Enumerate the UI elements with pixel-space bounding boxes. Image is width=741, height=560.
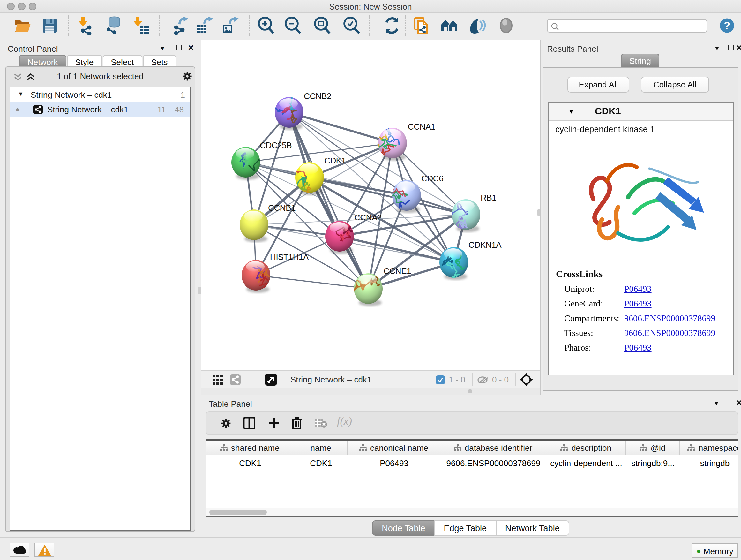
crosslink-row: Pharos:P06493 bbox=[564, 343, 730, 358]
home-networks-icon[interactable] bbox=[440, 16, 459, 35]
copy-style-icon[interactable] bbox=[412, 16, 431, 35]
control-panel-close-icon[interactable]: ✕ bbox=[188, 44, 194, 52]
network-node-HIST1H1A[interactable] bbox=[242, 260, 270, 293]
column-header-description[interactable]: description bbox=[546, 441, 626, 455]
expand-all-button[interactable]: Expand All bbox=[567, 77, 629, 92]
network-row-selected[interactable]: ● String Network – cdk1 11 48 bbox=[10, 102, 190, 117]
table-cell[interactable]: stringdb:9... bbox=[626, 456, 680, 471]
network-node-CDK1[interactable] bbox=[292, 160, 324, 199]
memory-button[interactable]: ● Memory bbox=[692, 543, 738, 558]
crosslink-value-link[interactable]: P06493 bbox=[624, 299, 652, 309]
perspective-eye-icon[interactable] bbox=[496, 16, 516, 35]
network-node-CDC25B[interactable] bbox=[231, 147, 272, 180]
network-edge-CCNA2-CDKN1A[interactable] bbox=[340, 236, 454, 262]
string-network-icon-gray[interactable] bbox=[230, 374, 241, 385]
network-collection-row[interactable]: ▼ String Network – cdk1 1 bbox=[10, 87, 190, 102]
network-node-CCNA2[interactable] bbox=[325, 220, 361, 254]
zoom-out-icon[interactable] bbox=[283, 16, 302, 35]
network-edge-CCNB2-CCNA1[interactable] bbox=[289, 112, 393, 143]
birds-eye-toggle-icon[interactable] bbox=[519, 372, 534, 387]
crosslink-value-link[interactable]: 9606.ENSP00000378699 bbox=[624, 314, 715, 324]
table-cell[interactable]: 9606.ENSP00000378699 bbox=[441, 456, 546, 471]
table-panel-menu-icon[interactable]: ▼ bbox=[714, 400, 719, 407]
scrollbar-thumb[interactable] bbox=[209, 509, 267, 515]
table-panel-close-icon[interactable]: ✕ bbox=[736, 398, 741, 408]
control-panel: Control Panel ▼ ✕ NetworkStyleSelectSets… bbox=[0, 40, 200, 537]
column-header-namespace[interactable]: namespace bbox=[680, 441, 738, 455]
zoom-selected-icon[interactable] bbox=[342, 16, 361, 35]
save-session-icon[interactable] bbox=[40, 16, 59, 35]
crosslink-value-link[interactable]: P06493 bbox=[624, 284, 652, 294]
table-header-row: shared namenamecanonical namedatabase id… bbox=[206, 441, 738, 455]
table-horizontal-scrollbar[interactable] bbox=[206, 508, 738, 516]
show-columns-icon[interactable] bbox=[243, 417, 255, 429]
network-node-CDKN1A[interactable] bbox=[440, 247, 468, 280]
crosslink-value-link[interactable]: 9606.ENSP00000378699 bbox=[624, 328, 715, 338]
network-node-CCNB1[interactable] bbox=[240, 209, 268, 242]
collapse-all-button[interactable]: Collapse All bbox=[641, 77, 709, 92]
tab-network-table[interactable]: Network Table bbox=[495, 520, 569, 536]
export-table-icon[interactable] bbox=[195, 16, 214, 35]
crosslink-value-link[interactable]: P06493 bbox=[624, 343, 652, 353]
tree-expand-icon[interactable]: ▼ bbox=[18, 87, 23, 102]
table-cell[interactable]: CDK1 bbox=[206, 456, 294, 471]
hide-unhide-icon[interactable] bbox=[467, 16, 486, 35]
cloud-status-button[interactable] bbox=[10, 543, 29, 557]
table-options-gear-icon[interactable] bbox=[220, 418, 232, 429]
node-label-CCNB1: CCNB1 bbox=[268, 203, 295, 212]
tab-edge-table[interactable]: Edge Table bbox=[434, 520, 496, 536]
table-panel-float-icon[interactable] bbox=[728, 400, 733, 406]
cloud-icon bbox=[13, 545, 27, 554]
network-edge-CCNB2-RB1[interactable] bbox=[289, 112, 466, 214]
selected-checkbox-icon[interactable] bbox=[436, 375, 445, 384]
table-cell[interactable]: CDK1 bbox=[294, 456, 348, 471]
add-icon[interactable] bbox=[268, 417, 280, 429]
results-panel-menu-icon[interactable]: ▼ bbox=[714, 45, 720, 52]
results-panel-close-icon[interactable]: ✕ bbox=[736, 44, 741, 52]
left-splitter-handle[interactable] bbox=[198, 287, 201, 294]
table-cell[interactable]: cyclin-dependent ... bbox=[546, 456, 626, 471]
refresh-view-icon[interactable] bbox=[382, 16, 401, 35]
shared-column-icon bbox=[359, 444, 367, 451]
export-image-icon[interactable] bbox=[221, 16, 240, 35]
open-in-window-icon[interactable] bbox=[265, 374, 277, 386]
export-network-icon[interactable] bbox=[171, 16, 190, 35]
network-edge-CCNB2-CCNE1[interactable] bbox=[289, 112, 368, 289]
hidden-eye-icon[interactable] bbox=[477, 375, 488, 384]
import-network-database-icon[interactable] bbox=[104, 16, 123, 35]
search-input[interactable] bbox=[547, 19, 707, 33]
delete-icon[interactable] bbox=[291, 416, 302, 429]
column-header-database-identifier[interactable]: database identifier bbox=[441, 441, 546, 455]
network-canvas[interactable]: CCNB2CCNA1CDC25BCDK1CDC6RB1CCNB1CCNA2CDK… bbox=[201, 40, 540, 370]
control-panel-menu-icon[interactable]: ▼ bbox=[159, 45, 165, 52]
zoom-fit-icon[interactable] bbox=[313, 16, 332, 35]
table-cell[interactable]: P06493 bbox=[348, 456, 441, 471]
import-table-file-icon[interactable] bbox=[131, 16, 150, 35]
options-gear-icon[interactable] bbox=[182, 71, 193, 82]
control-panel-float-icon[interactable] bbox=[176, 45, 182, 51]
results-panel-float-icon[interactable] bbox=[728, 45, 734, 51]
gene-header[interactable]: ▼ CDK1 bbox=[549, 103, 733, 121]
shared-column-icon bbox=[560, 444, 568, 451]
function-builder-icon[interactable]: f(x) bbox=[337, 415, 352, 428]
column-header-name[interactable]: name bbox=[294, 441, 348, 455]
tab-node-table[interactable]: Node Table bbox=[372, 520, 434, 536]
tab-string[interactable]: String bbox=[621, 54, 659, 68]
crosslink-row: GeneCard:P06493 bbox=[564, 299, 730, 314]
network-node-CCNE1[interactable] bbox=[346, 273, 383, 306]
network-node-CCNA1[interactable] bbox=[373, 128, 407, 161]
column-header-shared-name[interactable]: shared name bbox=[206, 441, 294, 455]
grid-view-icon[interactable] bbox=[212, 375, 223, 385]
import-network-file-icon[interactable] bbox=[76, 16, 95, 35]
zoom-in-icon[interactable] bbox=[257, 16, 276, 35]
network-edge-HIST1H1A-CCNE1[interactable] bbox=[256, 275, 368, 289]
gene-collapse-icon[interactable]: ▼ bbox=[568, 108, 575, 115]
column-header-canonical-name[interactable]: canonical name bbox=[348, 441, 441, 455]
column-header-@id[interactable]: @id bbox=[626, 441, 680, 455]
network-node-CCNB2[interactable] bbox=[271, 88, 304, 130]
delete-table-icon[interactable] bbox=[315, 419, 327, 428]
warning-status-button[interactable] bbox=[35, 543, 54, 557]
table-cell[interactable]: stringdb bbox=[680, 456, 738, 471]
help-icon[interactable]: ? bbox=[719, 17, 735, 34]
open-session-icon[interactable] bbox=[13, 16, 32, 35]
